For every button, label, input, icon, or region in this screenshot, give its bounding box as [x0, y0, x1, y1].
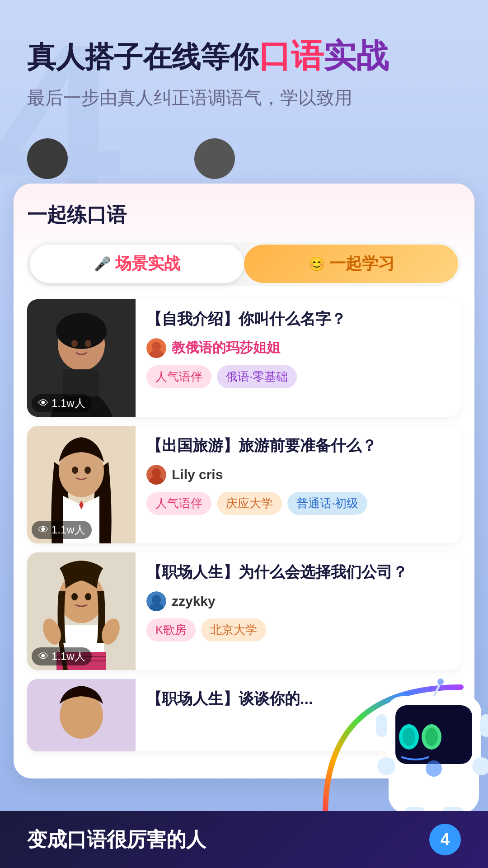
tab-study[interactable]: 😊 一起学习	[244, 245, 458, 283]
person-image-3: 👁 1.1w人	[27, 552, 136, 670]
tag-popular: 人气语伴	[146, 365, 211, 388]
tag-popular-2: 人气语伴	[146, 492, 211, 515]
tags-1: 人气语伴 俄语·零基础	[146, 365, 452, 388]
tab-scene-label: 场景实战	[115, 253, 180, 275]
list-item-3[interactable]: 👁 1.1w人 【职场人生】为什么会选择我们公司？ zzykky K歌房 北京大…	[27, 552, 461, 670]
view-count-1: 👁 1.1w人	[32, 394, 92, 412]
person-image-4: ▶ 00:35	[27, 679, 136, 751]
author-name-1: 教俄语的玛莎姐姐	[172, 339, 280, 357]
bottom-text: 变成口语很厉害的人	[27, 826, 416, 853]
svg-point-12	[72, 467, 78, 474]
tab-study-label: 一起学习	[329, 253, 394, 275]
header-subtitle: 最后一步由真人纠正语调语气，学以致用	[27, 84, 461, 111]
header-title: 真人搭子在线等你口语实战	[27, 36, 461, 75]
svg-point-5	[71, 340, 78, 347]
tab-scene[interactable]: 🎤 场景实战	[30, 245, 244, 283]
tag-kroom: K歌房	[146, 618, 196, 642]
mic-icon: 🎤	[94, 256, 111, 272]
title-prefix: 真人搭子在线等你	[27, 41, 258, 73]
svg-rect-42	[480, 714, 488, 737]
top-avatar-2	[194, 138, 235, 179]
author-name-2: Lily cris	[172, 467, 223, 482]
tag-mandarin: 普通话·初级	[287, 492, 367, 515]
robot-body	[361, 678, 488, 832]
author-avatar-1	[146, 338, 166, 358]
eye-icon-3: 👁	[38, 650, 49, 663]
tag-russian: 俄语·零基础	[217, 365, 297, 388]
list-item-content-2: 【出国旅游】旅游前要准备什么？ Lily cris 人气语伴 庆应大学 普通话·…	[136, 426, 461, 543]
view-count-2: 👁 1.1w人	[32, 521, 92, 539]
bottom-bar: 变成口语很厉害的人 4	[0, 811, 488, 868]
header-section: 真人搭子在线等你口语实战 最后一步由真人纠正语调语气，学以致用	[0, 0, 488, 129]
list-item-2[interactable]: 👁 1.1w人 【出国旅游】旅游前要准备什么？ Lily cris 人气语伴 庆…	[27, 426, 461, 543]
svg-point-38	[425, 728, 438, 746]
robot-mascot	[334, 669, 488, 832]
bottom-badge: 4	[429, 824, 461, 855]
card-title: 一起练口语	[27, 202, 461, 228]
svg-point-46	[377, 757, 395, 775]
author-name-3: zzykky	[172, 594, 216, 609]
item-title-3: 【职场人生】为什么会选择我们公司？	[146, 561, 452, 583]
title-highlight-purple: 实战	[324, 38, 389, 74]
tag-beijing: 北京大学	[201, 618, 266, 642]
author-row-1: 教俄语的玛莎姐姐	[146, 338, 452, 358]
svg-point-36	[403, 728, 415, 746]
svg-point-3	[56, 313, 107, 349]
tab-bar: 🎤 场景实战 😊 一起学习	[27, 242, 461, 286]
list-item-content-1: 【自我介绍】你叫什么名字？ 教俄语的玛莎姐姐 人气语伴 俄语·零基础	[136, 299, 461, 417]
tags-2: 人气语伴 庆应大学 普通话·初级	[146, 492, 452, 515]
svg-point-23	[71, 593, 78, 600]
author-avatar-3	[146, 591, 166, 611]
item-title-2: 【出国旅游】旅游前要准备什么？	[146, 435, 452, 457]
top-avatar-1	[27, 138, 68, 179]
list-item-content-3: 【职场人生】为什么会选择我们公司？ zzykky K歌房 北京大学	[136, 552, 461, 670]
item-title-1: 【自我介绍】你叫什么名字？	[146, 308, 452, 330]
list-item[interactable]: 👁 1.1w人 【自我介绍】你叫什么名字？ 教俄语的玛莎姐姐 人气语伴 俄语·零…	[27, 299, 461, 417]
svg-point-6	[85, 340, 91, 347]
svg-rect-4	[63, 369, 99, 396]
author-avatar-2	[146, 465, 166, 485]
author-row-2: Lily cris	[146, 465, 452, 485]
top-avatars	[0, 129, 488, 179]
svg-point-13	[84, 467, 91, 474]
person-image-2: 👁 1.1w人	[27, 426, 136, 543]
tags-3: K歌房 北京大学	[146, 618, 452, 642]
eye-icon: 👁	[38, 397, 49, 410]
svg-rect-41	[376, 714, 387, 737]
tag-university: 庆应大学	[217, 492, 282, 515]
view-count-3: 👁 1.1w人	[32, 647, 92, 665]
svg-point-43	[426, 760, 442, 777]
person-image-1: 👁 1.1w人	[27, 299, 136, 417]
svg-point-24	[85, 593, 91, 600]
eye-icon-2: 👁	[38, 524, 49, 536]
svg-point-40	[437, 679, 444, 685]
title-highlight-red: 口语	[258, 38, 324, 74]
face-icon: 😊	[308, 256, 325, 272]
author-row-3: zzykky	[146, 591, 452, 611]
